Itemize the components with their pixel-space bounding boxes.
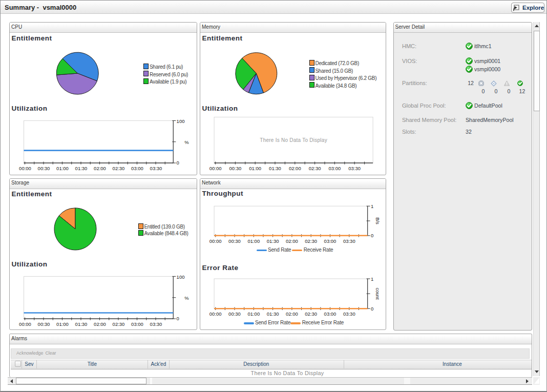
- svg-text:00:30: 00:30: [229, 166, 242, 171]
- svg-text:02:00: 02:00: [94, 166, 106, 171]
- svg-text:1: 1: [371, 276, 373, 282]
- svg-text:03:30: 03:30: [343, 238, 355, 244]
- svg-text:01:30: 01:30: [267, 311, 279, 317]
- svg-text:0: 0: [371, 233, 373, 238]
- svg-text:03:30: 03:30: [343, 311, 355, 317]
- svg-text:02:30: 02:30: [305, 238, 317, 244]
- svg-text:00:00: 00:00: [209, 311, 222, 317]
- svg-text:03:00: 03:00: [131, 321, 143, 327]
- svg-text:01:30: 01:30: [75, 166, 88, 171]
- svg-text:01:30: 01:30: [75, 321, 88, 327]
- svg-text:03:30: 03:30: [348, 166, 361, 171]
- svg-text:03:30: 03:30: [150, 166, 162, 171]
- svg-text:0: 0: [371, 306, 373, 312]
- svg-text:There Is No Data To Display: There Is No Data To Display: [260, 137, 327, 143]
- svg-text:0: 0: [177, 160, 179, 166]
- svg-text:00:00: 00:00: [19, 321, 31, 327]
- svg-text:02:30: 02:30: [309, 166, 321, 171]
- svg-text:01:00: 01:00: [249, 166, 261, 171]
- svg-text:02:00: 02:00: [286, 238, 298, 244]
- svg-text:00:00: 00:00: [19, 166, 31, 171]
- svg-text:%: %: [184, 295, 189, 301]
- svg-text:count: count: [375, 287, 381, 300]
- svg-text:01:30: 01:30: [267, 238, 279, 244]
- svg-text:01:30: 01:30: [269, 166, 281, 171]
- svg-text:00:00: 00:00: [209, 166, 222, 171]
- svg-text:02:30: 02:30: [305, 311, 317, 317]
- svg-text:01:00: 01:00: [56, 166, 69, 171]
- svg-text:02:00: 02:00: [286, 311, 298, 317]
- svg-text:00:30: 00:30: [228, 311, 241, 317]
- svg-text:1: 1: [371, 203, 373, 209]
- svg-text:01:00: 01:00: [247, 238, 260, 244]
- svg-text:03:00: 03:00: [131, 166, 143, 171]
- svg-text:02:00: 02:00: [289, 166, 301, 171]
- svg-text:02:30: 02:30: [113, 321, 125, 327]
- svg-text:B/s: B/s: [375, 217, 381, 224]
- svg-text:03:00: 03:00: [329, 166, 341, 171]
- svg-text:03:00: 03:00: [324, 311, 336, 317]
- svg-text:00:30: 00:30: [38, 166, 50, 171]
- svg-text:100: 100: [177, 274, 185, 280]
- svg-text:00:00: 00:00: [209, 238, 222, 244]
- svg-text:100: 100: [177, 118, 185, 124]
- svg-text:01:00: 01:00: [247, 311, 260, 317]
- svg-text:00:30: 00:30: [38, 321, 50, 327]
- svg-text:00:30: 00:30: [228, 238, 241, 244]
- svg-text:03:30: 03:30: [150, 321, 162, 327]
- svg-text:01:00: 01:00: [56, 321, 69, 327]
- svg-text:02:30: 02:30: [113, 166, 125, 171]
- svg-text:03:00: 03:00: [324, 238, 336, 244]
- svg-text:02:00: 02:00: [94, 321, 106, 327]
- svg-text:%: %: [184, 139, 189, 145]
- svg-text:0: 0: [177, 316, 179, 321]
